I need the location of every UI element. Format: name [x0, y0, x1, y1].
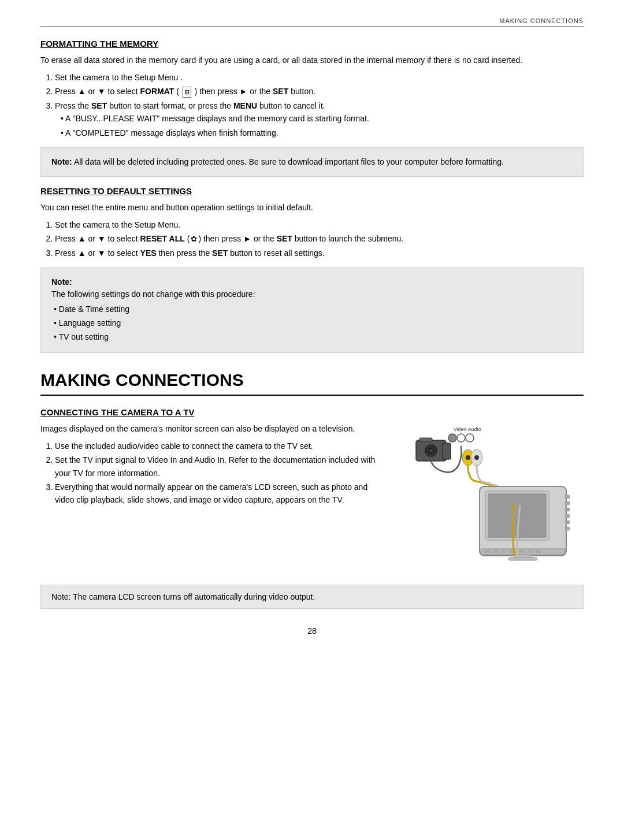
connecting-heading: CONNECTING THE CAMERA TO A TV: [40, 407, 584, 417]
svg-point-1: [448, 434, 456, 442]
connecting-step-3: Everything that would normally appear on…: [55, 481, 376, 507]
svg-rect-13: [492, 550, 498, 553]
svg-point-2: [457, 434, 465, 442]
svg-rect-22: [565, 501, 570, 505]
formatting-note-box: Note: All data will be deleted including…: [40, 147, 584, 177]
resetting-step-1: Set the camera to the Setup Menu.: [55, 218, 584, 231]
triangle-up-icon-3: [78, 248, 86, 258]
svg-point-5: [466, 455, 470, 460]
formatting-section: FORMATTING THE MEMORY To erase all data …: [40, 39, 584, 177]
resetting-section: RESETTING TO DEFAULT SETTINGS You can re…: [40, 186, 584, 353]
svg-point-7: [474, 455, 479, 460]
tv-svg: Video Audio: [387, 423, 572, 576]
bottom-note-box: Note: The camera LCD screen turns off au…: [40, 585, 584, 609]
resetting-note-bullets: Date & Time setting Language setting TV …: [54, 303, 573, 344]
bottom-note-text: The camera LCD screen turns off automati…: [73, 592, 315, 601]
header-title: MAKING CONNECTIONS: [499, 17, 584, 24]
resetting-note-bullet-1: Date & Time setting: [54, 303, 573, 317]
connecting-step-1: Use the included audio/video cable to co…: [55, 440, 376, 452]
formatting-bullets: A "BUSY...PLEASE WAIT" message displays …: [61, 112, 584, 139]
formatting-step-1: Set the camera to the Setup Menu .: [55, 71, 584, 84]
page: MAKING CONNECTIONS FORMATTING THE MEMORY…: [0, 0, 624, 840]
svg-rect-14: [500, 550, 506, 553]
connecting-intro: Images displayed on the camera's monitor…: [40, 423, 376, 435]
svg-point-30: [429, 449, 433, 452]
resetting-note-bullet-2: Language setting: [54, 317, 573, 330]
connecting-steps-list: Use the included audio/video cable to co…: [55, 440, 376, 507]
resetting-note-box: Note: The following settings do not chan…: [40, 267, 584, 352]
svg-rect-24: [565, 514, 570, 518]
formatting-step-3: Press the SET button to start format, or…: [55, 99, 584, 139]
triangle-right-icon-2: [243, 234, 251, 243]
svg-rect-18: [535, 550, 541, 553]
triangle-down-icon-3: [98, 248, 106, 258]
svg-text:Video Audio: Video Audio: [454, 426, 481, 432]
svg-rect-21: [565, 495, 570, 499]
resetting-steps-list: Set the camera to the Setup Menu. Press …: [55, 218, 584, 259]
triangle-up-icon: [78, 87, 86, 96]
reset-icon: ✿: [191, 233, 197, 246]
svg-rect-12: [484, 550, 490, 553]
svg-rect-26: [565, 527, 570, 530]
svg-rect-23: [565, 508, 570, 511]
svg-rect-16: [519, 550, 525, 553]
triangle-right-icon: [240, 87, 248, 96]
resetting-note-label: Note:: [51, 276, 573, 288]
formatting-bullet-2: A "COMPLETED" message displays when fini…: [61, 127, 584, 139]
svg-point-3: [466, 434, 474, 442]
triangle-up-icon-2: [78, 234, 86, 243]
formatting-heading: FORMATTING THE MEMORY: [40, 39, 584, 49]
formatting-bullet-1: A "BUSY...PLEASE WAIT" message displays …: [61, 112, 584, 125]
svg-rect-32: [443, 443, 451, 459]
formatting-note-label: Note:: [51, 157, 72, 166]
tv-illustration-col: Video Audio: [387, 423, 584, 573]
resetting-step-3: Press or to select YES then press the SE…: [55, 247, 584, 259]
formatting-step-2: Press or to select FORMAT ( ⊞ ) then pre…: [55, 85, 584, 98]
formatting-note-text: All data will be deleted including prote…: [74, 157, 504, 166]
triangle-down-icon: [98, 87, 106, 96]
connecting-layout: Images displayed on the camera's monitor…: [40, 423, 584, 573]
page-header: MAKING CONNECTIONS: [40, 17, 584, 27]
svg-rect-25: [565, 521, 570, 524]
chapter-heading: MAKING CONNECTIONS: [40, 370, 584, 396]
svg-rect-20: [508, 557, 537, 560]
formatting-steps-list: Set the camera to the Setup Menu . Press…: [55, 71, 584, 139]
connecting-step-2: Set the TV input signal to Video In and …: [55, 454, 376, 480]
triangle-down-icon-2: [98, 234, 106, 243]
tv-illustration: Video Audio: [387, 423, 572, 573]
format-icon: ⊞: [183, 87, 191, 98]
bottom-note-label: Note:: [51, 592, 70, 601]
page-number: 28: [40, 626, 584, 635]
resetting-intro: You can reset the entire menu and button…: [40, 202, 584, 214]
resetting-step-2: Press or to select RESET ALL (✿) then pr…: [55, 232, 584, 246]
resetting-note-bullet-3: TV out setting: [54, 330, 573, 344]
resetting-heading: RESETTING TO DEFAULT SETTINGS: [40, 186, 584, 196]
formatting-intro: To erase all data stored in the memory c…: [40, 54, 584, 66]
svg-rect-31: [419, 438, 432, 441]
svg-rect-17: [527, 550, 533, 553]
resetting-note-intro: The following settings do not change wit…: [51, 288, 573, 300]
connecting-text-col: Images displayed on the camera's monitor…: [40, 423, 376, 512]
